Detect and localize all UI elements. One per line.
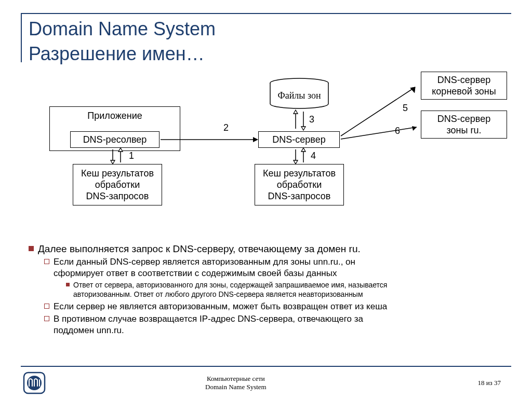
box-cache-right: Кеш результатов обработки DNS-запросов (255, 164, 344, 205)
root-l2: корневой зоны (432, 86, 496, 97)
box-resolver: DNS-ресолвер (70, 131, 159, 148)
box-dns-root: DNS-сервер корневой зоны (421, 72, 507, 100)
page-number: 18 из 37 (477, 379, 501, 387)
cache1-l2: обработки (95, 179, 140, 190)
arrow-3 (292, 109, 308, 131)
box-resolver-label: DNS-ресолвер (83, 134, 147, 145)
svg-marker-3 (118, 148, 123, 152)
zone-files-label: Файлы зон (277, 90, 321, 101)
arrow-4 (292, 148, 308, 164)
frame-top-line (21, 13, 511, 14)
arrow-6 (340, 122, 423, 148)
cache1-l3: DNS-запросов (86, 190, 149, 202)
ru-l2: зоны ru. (447, 125, 482, 136)
bullet3-l2: авторизованным. Ответ от любого другого … (73, 290, 363, 298)
bullet-level2-a: Если данный DNS-сервер является авторизо… (44, 256, 355, 279)
label-5: 5 (403, 103, 408, 114)
bullet-hollow-square-icon (44, 316, 49, 321)
ru-l1: DNS-сервер (437, 113, 490, 125)
svg-marker-13 (301, 127, 305, 130)
cylinder-zone-files: Файлы зон (269, 78, 330, 109)
svg-marker-21 (412, 126, 417, 131)
cache1-l1: Кеш результатов (81, 168, 154, 179)
frame-left-line (21, 13, 22, 62)
cache2-l2: обработки (277, 179, 322, 190)
bullet3-l1: Ответ от сервера, авторизованного для зо… (73, 281, 387, 289)
bullet-level3: Ответ от сервера, авторизованного для зо… (66, 280, 387, 299)
bullet2c-l1: В противном случае возвращается IP-адрес… (54, 314, 363, 324)
bullet-level2-c: В противном случае возвращается IP-адрес… (44, 313, 363, 336)
footer-l1: Компьютерные сети (207, 375, 265, 382)
svg-marker-16 (294, 160, 298, 164)
label-6: 6 (395, 126, 400, 136)
frame-bottom-line (21, 366, 511, 367)
box-dns-ru: DNS-сервер зоны ru. (421, 111, 507, 139)
label-1: 1 (129, 150, 134, 161)
svg-marker-2 (111, 160, 115, 164)
bullet-small-square-icon (66, 283, 70, 286)
bullet-level2-b: Если сервер не является авторизованным, … (44, 301, 387, 312)
svg-marker-19 (410, 87, 416, 93)
footer-l2: Domain Name System (205, 383, 267, 391)
root-l1: DNS-сервер (437, 74, 490, 86)
svg-line-20 (341, 127, 417, 139)
bullet1-text: Далее выполняется запрос к DNS-серверу, … (38, 243, 361, 254)
footer-text: Компьютерные сети Domain Name System (205, 375, 267, 391)
bullet2b-text: Если сервер не является авторизованным, … (54, 301, 387, 311)
label-2: 2 (223, 122, 229, 133)
cache2-l1: Кеш результатов (263, 168, 336, 179)
label-4: 4 (311, 150, 316, 161)
box-cache-left: Кеш результатов обработки DNS-запросов (73, 164, 162, 205)
label-3: 3 (309, 114, 314, 125)
diagram-area: Приложение DNS-ресолвер 1 Кеш результато… (29, 78, 512, 239)
box-application-label: Приложение (87, 110, 142, 121)
box-dns-server: DNS-сервер (258, 131, 340, 148)
bullet2a-l1: Если данный DNS-сервер является авторизо… (54, 257, 355, 267)
logo-icon (23, 372, 46, 394)
bullet-hollow-square-icon (44, 304, 49, 309)
svg-marker-17 (301, 148, 305, 152)
arrow-2 (159, 134, 258, 145)
cache2-l3: DNS-запросов (268, 190, 331, 202)
slide-title: Domain Name System Разрешение имен… (29, 17, 216, 66)
arrow-resolver-cache (109, 148, 125, 164)
box-dns-server-label: DNS-сервер (272, 134, 325, 145)
svg-marker-12 (294, 110, 298, 114)
bullet2a-l2: сформирует ответ в соответствии с содерж… (54, 268, 337, 278)
bullet-hollow-square-icon (44, 259, 49, 264)
title-line2: Разрешение имен… (29, 43, 205, 64)
bullet2c-l2: поддомен unn.ru. (54, 325, 124, 335)
bullet-level1: Далее выполняется запрос к DNS-серверу, … (29, 243, 361, 255)
bullet-square-icon (29, 246, 34, 251)
svg-marker-5 (253, 137, 258, 142)
title-line1: Domain Name System (29, 18, 216, 39)
